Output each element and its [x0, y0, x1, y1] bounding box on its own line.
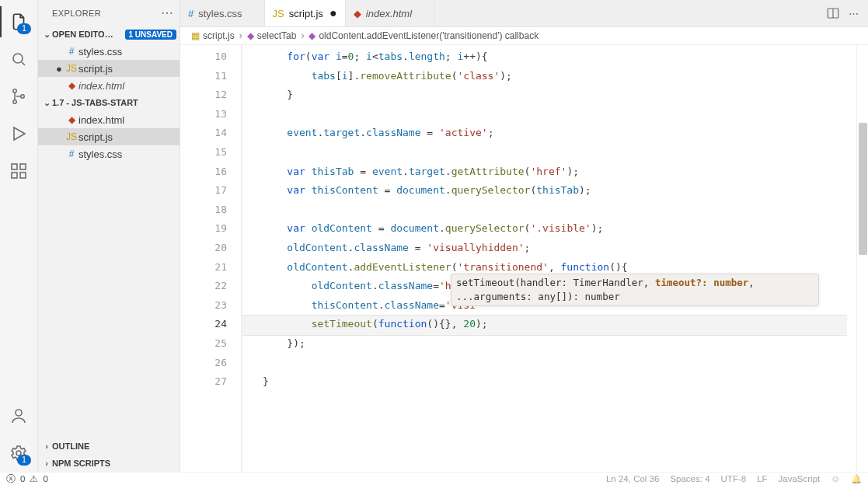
status-language[interactable]: JavaScript	[779, 474, 821, 483]
open-editor-item[interactable]: #styles.css	[38, 43, 180, 60]
settings-badge: 1	[17, 455, 31, 466]
file-label: script.js	[78, 131, 113, 143]
file-label: index.html	[78, 114, 124, 126]
breadcrumb-file[interactable]: script.js	[203, 30, 235, 41]
svg-point-1	[13, 89, 16, 92]
js-file-icon: ▦	[191, 30, 200, 41]
open-editor-item[interactable]: ◆index.html	[38, 77, 180, 94]
breadcrumb[interactable]: ▦ script.js › ◆ selectTab › ◆ oldContent…	[180, 27, 868, 45]
file-label: styles.css	[78, 46, 122, 58]
line-gutter: 101112131415161718192021222324252627	[180, 45, 242, 472]
file-icon: ◆	[64, 80, 78, 91]
sidebar: EXPLORER ⋯ ⌄ OPEN EDITO… 1 UNSAVED #styl…	[38, 0, 180, 472]
minimap[interactable]	[856, 45, 868, 472]
account-icon[interactable]	[8, 405, 30, 427]
run-debug-icon[interactable]	[8, 123, 30, 145]
code-content[interactable]: for(var i=0; i<tabs.length; i++){ tabs[i…	[242, 45, 856, 392]
svg-point-8	[16, 410, 22, 416]
file-label: styles.css	[78, 148, 122, 160]
tab-label: index.html	[366, 8, 412, 19]
open-editor-item[interactable]: ●JSscript.js	[38, 60, 180, 77]
svg-point-2	[13, 100, 16, 103]
source-control-icon[interactable]	[8, 85, 30, 107]
folder-file-item[interactable]: JSscript.js	[38, 128, 180, 145]
editor-tab[interactable]: ◆index.html	[346, 0, 434, 26]
explorer-badge: 1	[17, 23, 31, 34]
method-icon: ◆	[247, 30, 254, 41]
breadcrumb-symbol[interactable]: selectTab	[257, 30, 297, 41]
status-bell-icon[interactable]: 🔔	[851, 473, 862, 484]
status-bar: ⓧ0 ⚠0 Ln 24, Col 36 Spaces: 4 UTF-8 LF J…	[0, 472, 868, 485]
svg-point-0	[13, 54, 23, 63]
minimap-slider[interactable]	[859, 123, 867, 255]
settings-gear-icon[interactable]: 1	[8, 442, 30, 464]
sidebar-header: EXPLORER ⋯	[38, 0, 180, 26]
errors-icon[interactable]: ⓧ	[6, 473, 16, 485]
file-icon: JS	[273, 8, 284, 19]
tab-label: script.js	[289, 8, 323, 19]
explorer-icon[interactable]: 1	[8, 11, 30, 33]
npm-scripts-header[interactable]: › NPM SCRIPTS	[38, 455, 180, 472]
folder-file-item[interactable]: ◆index.html	[38, 111, 180, 128]
folder-list: ◆index.htmlJSscript.js#styles.css	[38, 111, 180, 162]
svg-rect-7	[20, 164, 26, 169]
file-icon: #	[64, 46, 78, 57]
activity-bar: 1 1	[0, 0, 38, 472]
file-icon: #	[64, 148, 78, 159]
warnings-icon[interactable]: ⚠	[30, 473, 38, 484]
chevron-down-icon: ⌄	[41, 30, 52, 40]
file-label: index.html	[78, 80, 124, 92]
sidebar-more-icon[interactable]: ⋯	[161, 5, 173, 20]
folder-header[interactable]: ⌄ 1.7 - JS-TABS-START	[38, 94, 180, 111]
open-editors-header[interactable]: ⌄ OPEN EDITO… 1 UNSAVED	[38, 26, 180, 43]
file-icon: #	[188, 8, 193, 19]
code-editor[interactable]: 101112131415161718192021222324252627 for…	[180, 45, 868, 472]
file-label: script.js	[78, 63, 113, 75]
status-encoding[interactable]: UTF-8	[721, 474, 747, 483]
folder-file-item[interactable]: #styles.css	[38, 145, 180, 162]
chevron-right-icon: ›	[41, 459, 52, 468]
open-editors-list: #styles.css●JSscript.js◆index.html	[38, 43, 180, 94]
split-editor-icon[interactable]	[823, 3, 843, 23]
editor-group: #styles.cssJSscript.js●◆index.html ⋯ ▦ s…	[180, 0, 868, 472]
signature-help-popup: setTimeout(handler: TimerHandler, timeou…	[451, 274, 819, 306]
editor-tabbar: #styles.cssJSscript.js●◆index.html ⋯	[180, 0, 868, 27]
outline-header[interactable]: › OUTLINE	[38, 438, 180, 455]
dirty-indicator-icon: ●	[329, 9, 337, 17]
unsaved-badge: 1 UNSAVED	[125, 30, 177, 40]
svg-rect-4	[12, 164, 17, 169]
file-icon: JS	[64, 131, 78, 142]
editor-tab[interactable]: #styles.css	[180, 0, 265, 26]
breadcrumb-symbol[interactable]: oldContent.addEventListener('transitione…	[319, 30, 539, 41]
status-feedback-icon[interactable]: ☺	[831, 474, 840, 483]
method-icon: ◆	[309, 30, 315, 41]
svg-point-3	[21, 95, 24, 98]
file-icon: JS	[64, 63, 78, 74]
editor-more-icon[interactable]: ⋯	[843, 3, 863, 23]
chevron-right-icon: ›	[41, 441, 52, 451]
sidebar-title: EXPLORER	[52, 9, 161, 18]
svg-rect-6	[20, 173, 26, 178]
extensions-icon[interactable]	[8, 160, 30, 182]
status-cursor-pos[interactable]: Ln 24, Col 36	[606, 474, 659, 483]
status-eol[interactable]: LF	[757, 474, 767, 483]
svg-rect-5	[12, 173, 17, 178]
tab-label: styles.css	[198, 8, 242, 19]
editor-tab[interactable]: JSscript.js●	[265, 0, 346, 26]
status-spaces[interactable]: Spaces: 4	[670, 474, 709, 483]
file-icon: ◆	[64, 114, 78, 125]
search-icon[interactable]	[8, 48, 30, 70]
chevron-down-icon: ⌄	[41, 98, 52, 108]
file-icon: ◆	[354, 8, 361, 19]
